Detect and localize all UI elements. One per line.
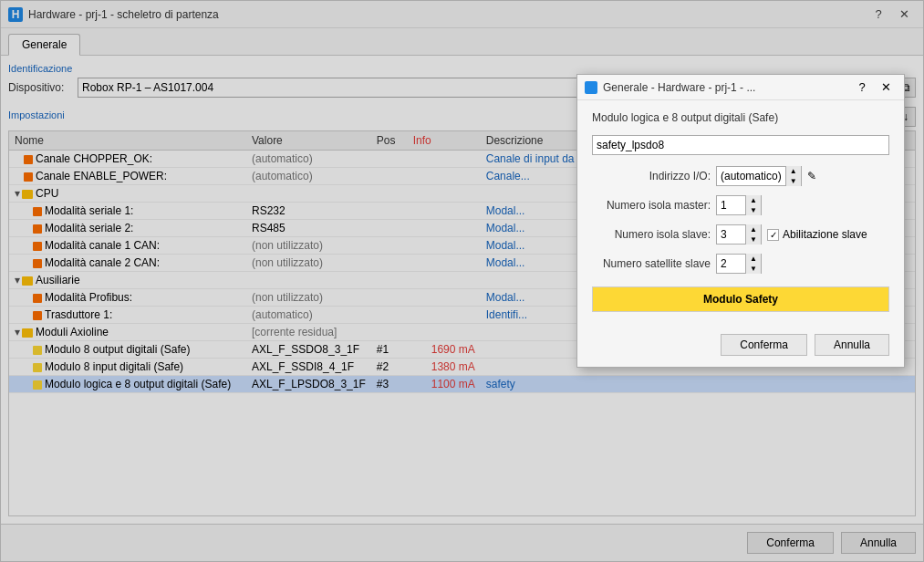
master-island-spinner: ▲ ▼ bbox=[745, 195, 761, 215]
dialog-overlay: Generale - Hardware - prj-1 - ... ? ✕ Mo… bbox=[1, 1, 923, 561]
io-address-edit-icon[interactable]: ✎ bbox=[807, 170, 816, 182]
io-address-down[interactable]: ▼ bbox=[786, 176, 801, 186]
dialog-cancel-button[interactable]: Annulla bbox=[815, 334, 889, 356]
master-island-row: Numero isola master: 1 ▲ ▼ bbox=[592, 195, 889, 215]
master-island-input[interactable]: 1 ▲ ▼ bbox=[716, 195, 762, 215]
dialog-title-left: Generale - Hardware - prj-1 - ... bbox=[585, 81, 755, 94]
slave-enable-checkbox[interactable]: ✓ bbox=[767, 229, 779, 241]
safety-module-button[interactable]: Modulo Safety bbox=[592, 286, 889, 312]
master-island-down[interactable]: ▼ bbox=[746, 205, 761, 215]
dialog-close-button[interactable]: ✕ bbox=[875, 78, 897, 98]
io-address-up[interactable]: ▲ bbox=[786, 166, 801, 176]
slave-island-label: Numero isola slave: bbox=[592, 228, 711, 241]
satellite-slave-row: Numero satellite slave 2 ▲ ▼ bbox=[592, 254, 889, 274]
slave-island-down[interactable]: ▼ bbox=[746, 234, 761, 245]
dialog-module-label: Modulo logica e 8 output digitali (Safe) bbox=[592, 111, 889, 124]
dialog-body: Modulo logica e 8 output digitali (Safe)… bbox=[577, 100, 904, 327]
satellite-slave-down[interactable]: ▼ bbox=[746, 264, 761, 274]
satellite-slave-spinner: ▲ ▼ bbox=[745, 254, 761, 274]
master-island-up[interactable]: ▲ bbox=[746, 195, 761, 205]
slave-island-input[interactable]: 3 ▲ ▼ bbox=[716, 224, 762, 245]
dialog-confirm-button[interactable]: Conferma bbox=[721, 334, 807, 356]
dialog-title-bar: Generale - Hardware - prj-1 - ... ? ✕ bbox=[577, 75, 904, 100]
dialog-title: Generale - Hardware - prj-1 - ... bbox=[603, 81, 755, 94]
slave-enable-label: Abilitazione slave bbox=[783, 228, 867, 241]
slave-island-row: Numero isola slave: 3 ▲ ▼ ✓ Abilitazione… bbox=[592, 224, 889, 245]
io-address-spinner: ▲ ▼ bbox=[785, 166, 801, 186]
dialog-app-icon bbox=[585, 81, 597, 94]
dialog-controls: ? ✕ bbox=[851, 78, 897, 98]
master-island-label: Numero isola master: bbox=[592, 199, 711, 212]
slave-island-up[interactable]: ▲ bbox=[746, 224, 761, 234]
satellite-slave-label: Numero satellite slave bbox=[592, 257, 711, 270]
main-window: H Hardware - prj-1 - scheletro di parten… bbox=[0, 0, 924, 562]
satellite-slave-input[interactable]: 2 ▲ ▼ bbox=[716, 254, 762, 274]
io-address-value: (automatico) bbox=[717, 170, 785, 182]
satellite-slave-value: 2 bbox=[717, 257, 745, 270]
slave-island-value: 3 bbox=[717, 228, 745, 241]
io-address-label: Indirizzo I/O: bbox=[592, 170, 711, 182]
slave-island-spinner: ▲ ▼ bbox=[745, 224, 761, 245]
dialog-buttons: Conferma Annulla bbox=[577, 327, 904, 367]
dialog-help-button[interactable]: ? bbox=[851, 78, 873, 98]
slave-enable-area: ✓ Abilitazione slave bbox=[767, 228, 867, 241]
dialog-name-input[interactable] bbox=[592, 135, 889, 155]
io-address-select[interactable]: (automatico) ▲ ▼ bbox=[716, 166, 802, 186]
satellite-slave-up[interactable]: ▲ bbox=[746, 254, 761, 264]
module-dialog: Generale - Hardware - prj-1 - ... ? ✕ Mo… bbox=[576, 74, 905, 368]
master-island-value: 1 bbox=[717, 199, 745, 212]
io-address-row: Indirizzo I/O: (automatico) ▲ ▼ ✎ bbox=[592, 166, 889, 186]
